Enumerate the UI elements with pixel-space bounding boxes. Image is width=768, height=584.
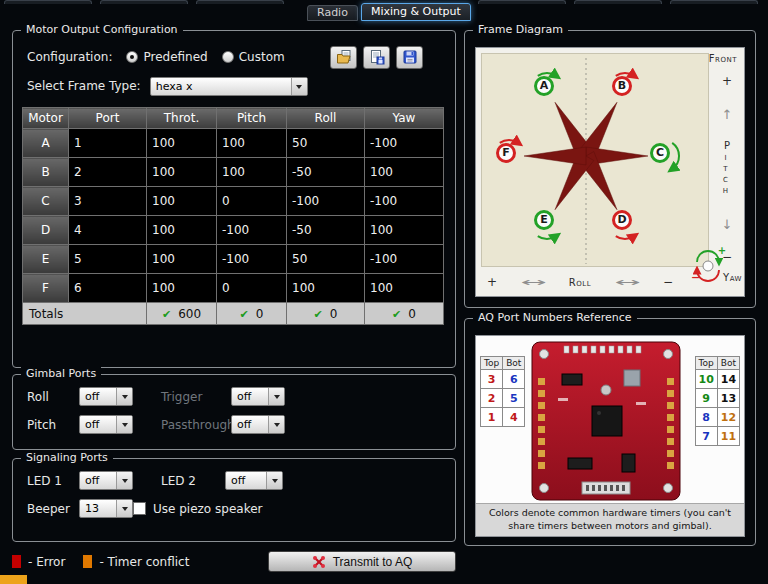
roll-cell[interactable]: -100: [287, 187, 365, 216]
led1-select[interactable]: off: [79, 471, 133, 490]
port-cell[interactable]: 6: [69, 274, 147, 303]
signaling-row-1: LED 1 off LED 2 off: [13, 471, 455, 493]
hexa-frame-drawing: [482, 54, 710, 268]
roll-cell[interactable]: 50: [287, 245, 365, 274]
pitch-cell[interactable]: 0: [217, 187, 287, 216]
port-cell[interactable]: 5: [69, 245, 147, 274]
motor-mixing-table: Motor Port Throt. Pitch Roll Yaw A 1 100…: [22, 107, 444, 325]
motor-d-marker: D: [612, 210, 632, 230]
yaw-cell[interactable]: 100: [365, 158, 444, 187]
gimbal-passthrough-select[interactable]: off: [231, 415, 285, 434]
throt-cell[interactable]: 100: [147, 274, 217, 303]
yaw-indicator: + − Yaw: [693, 249, 742, 283]
tab-mixing-output[interactable]: Mixing & Output: [361, 3, 471, 21]
port-number: 10: [695, 370, 717, 389]
motor-e-marker: E: [534, 210, 554, 230]
frame-type-select[interactable]: hexa x: [150, 77, 308, 96]
chevron-down-icon: [116, 388, 132, 405]
gimbal-row-2: Pitch off Passthrough off: [13, 415, 455, 437]
pitch-cell[interactable]: 100: [217, 158, 287, 187]
yaw-cell[interactable]: -100: [365, 245, 444, 274]
throt-cell[interactable]: 100: [147, 187, 217, 216]
group-title: Signaling Ports: [21, 451, 113, 464]
port-number: 3: [481, 370, 503, 389]
gimbal-roll-select[interactable]: off: [79, 387, 133, 406]
port-row: 10 14: [695, 370, 739, 389]
gimbal-roll-label: Roll: [27, 390, 49, 404]
pitch-cell[interactable]: 100: [217, 129, 287, 158]
table-row: D 4 100 -100 -50 100: [23, 216, 444, 245]
port-number: 9: [695, 389, 717, 408]
led2-select[interactable]: off: [225, 471, 283, 490]
motor-row-label: E: [23, 245, 69, 274]
yaw-cell[interactable]: 100: [365, 274, 444, 303]
roll-axis-label: Roll: [569, 277, 591, 288]
configuration-row: Configuration: Predefined Custom: [27, 45, 445, 69]
save-button[interactable]: [396, 46, 423, 69]
right-port-table: Top Bot 10 14 9 13 8 12: [695, 356, 740, 446]
yaw-plus-sign: +: [718, 245, 726, 256]
gimbal-passthrough-label: Passthrough: [161, 418, 235, 432]
rotation-arrow-d: [616, 236, 634, 239]
motor-c-marker: C: [650, 143, 670, 163]
bottom-edge-artifact: [0, 575, 27, 584]
throt-cell[interactable]: 100: [147, 216, 217, 245]
port-cell[interactable]: 2: [69, 158, 147, 187]
port-cell[interactable]: 4: [69, 216, 147, 245]
error-color-swatch: [12, 555, 21, 568]
predefined-label: Predefined: [143, 50, 207, 64]
led1-label: LED 1: [27, 474, 62, 488]
port-number: 11: [717, 427, 739, 446]
tab-radio[interactable]: Radio: [307, 5, 358, 21]
port-cell[interactable]: 1: [69, 129, 147, 158]
pitch-plus-sign: +: [722, 74, 732, 88]
yaw-cell[interactable]: -100: [365, 129, 444, 158]
custom-radio[interactable]: Custom: [222, 50, 285, 64]
group-title: Motor Output Configuration: [21, 23, 183, 36]
gimbal-trigger-select[interactable]: off: [231, 387, 285, 406]
pitch-cell[interactable]: 0: [217, 274, 287, 303]
throt-cell[interactable]: 100: [147, 245, 217, 274]
col-header-throt: Throt.: [147, 108, 217, 129]
roll-cell[interactable]: -50: [287, 158, 365, 187]
aq-port-reference-group: AQ Port Numbers Reference Top Bot 3 6 2: [464, 318, 756, 546]
yaw-rotation-graphic: + −: [693, 249, 723, 283]
roll-cell[interactable]: -50: [287, 216, 365, 245]
roll-plus-sign: +: [487, 275, 497, 289]
pitch-cell[interactable]: -100: [217, 216, 287, 245]
yaw-axis-label: Yaw: [723, 272, 742, 283]
group-title: AQ Port Numbers Reference: [473, 311, 637, 324]
throt-cell[interactable]: 100: [147, 129, 217, 158]
combo-value: off: [80, 418, 116, 431]
signaling-row-2: Beeper 13 Use piezo speaker: [13, 499, 455, 521]
roll-cell[interactable]: 50: [287, 129, 365, 158]
gimbal-pitch-select[interactable]: off: [79, 415, 133, 434]
check-icon: ✔: [392, 308, 401, 321]
beeper-select[interactable]: 13: [79, 499, 133, 518]
port-number: 1: [481, 408, 503, 427]
open-file-icon: [336, 49, 352, 65]
save-mixing-file-button[interactable]: [363, 46, 390, 69]
pitch-cell[interactable]: -100: [217, 245, 287, 274]
col-header-pitch: Pitch: [217, 108, 287, 129]
motor-row-label: C: [23, 187, 69, 216]
roll-cell[interactable]: 100: [287, 274, 365, 303]
table-row: F 6 100 0 100 100: [23, 274, 444, 303]
chevron-down-icon: [268, 416, 284, 433]
predefined-radio[interactable]: Predefined: [126, 50, 207, 64]
motor-f-marker: F: [496, 143, 516, 163]
port-reference-panel: Top Bot 3 6 2 5 1 4: [475, 335, 745, 537]
check-icon: ✔: [314, 308, 323, 321]
transmit-to-aq-button[interactable]: Transmit to AQ: [268, 551, 456, 572]
port-number: 8: [695, 408, 717, 427]
yaw-cell[interactable]: -100: [365, 187, 444, 216]
piezo-checkbox[interactable]: [133, 502, 146, 515]
yaw-cell[interactable]: 100: [365, 216, 444, 245]
throt-cell[interactable]: 100: [147, 158, 217, 187]
port-cell[interactable]: 3: [69, 187, 147, 216]
chevron-down-icon: [268, 388, 284, 405]
clipped-tab-stub: [100, 0, 188, 4]
open-mixing-file-button[interactable]: [330, 46, 357, 69]
combo-value: off: [232, 418, 268, 431]
table-header: Motor Port Throt. Pitch Roll Yaw: [23, 108, 444, 129]
